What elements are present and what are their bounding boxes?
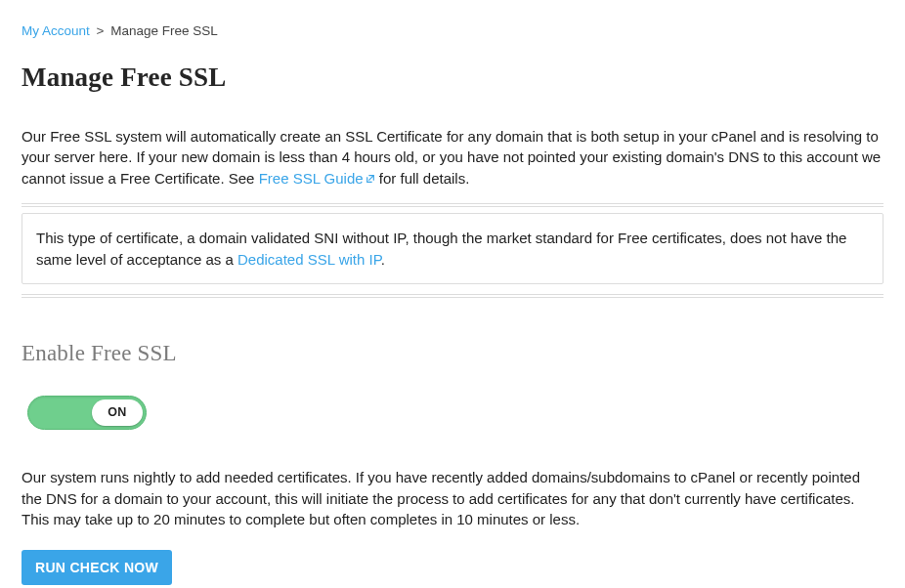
intro-text-after: for full details. bbox=[379, 170, 470, 187]
free-ssl-guide-link[interactable]: Free SSL Guide bbox=[259, 170, 379, 187]
run-check-now-button[interactable]: RUN CHECK NOW bbox=[22, 550, 172, 585]
enable-ssl-toggle[interactable]: ON bbox=[27, 396, 147, 430]
free-ssl-guide-link-label: Free SSL Guide bbox=[259, 170, 364, 187]
toggle-state-label: ON bbox=[108, 403, 127, 421]
enable-ssl-title: Enable Free SSL bbox=[22, 337, 883, 369]
intro-text: Our Free SSL system will automatically c… bbox=[22, 126, 883, 189]
toggle-knob: ON bbox=[92, 399, 143, 426]
divider bbox=[22, 203, 883, 207]
breadcrumb-current: Manage Free SSL bbox=[110, 23, 218, 38]
notice-text-after: . bbox=[381, 251, 385, 268]
breadcrumb-root-link[interactable]: My Account bbox=[22, 23, 90, 38]
external-link-icon bbox=[366, 174, 375, 184]
notice-box: This type of certificate, a domain valid… bbox=[22, 213, 883, 285]
page-title: Manage Free SSL bbox=[22, 59, 883, 97]
run-check-description: Our system runs nightly to add needed ce… bbox=[22, 467, 883, 530]
dedicated-ssl-link[interactable]: Dedicated SSL with IP bbox=[237, 251, 381, 268]
breadcrumb-separator: > bbox=[97, 23, 105, 38]
notice-text-before: This type of certificate, a domain valid… bbox=[36, 230, 846, 268]
breadcrumb: My Account > Manage Free SSL bbox=[22, 21, 883, 41]
